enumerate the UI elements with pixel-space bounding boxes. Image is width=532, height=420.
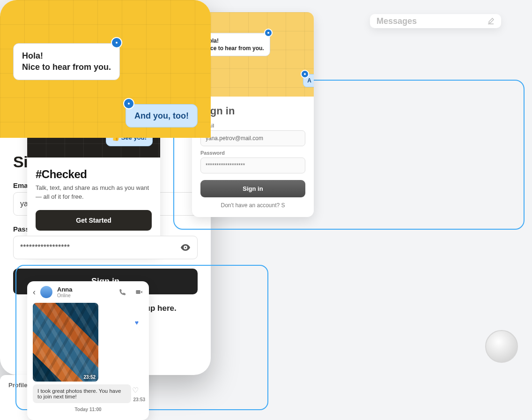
chat-header: ‹ Anna Online (27, 281, 149, 303)
message-text: I took great photos there. You have to j… (37, 388, 121, 399)
heart-icon[interactable]: ♥ (135, 319, 139, 326)
password-field[interactable] (200, 158, 305, 173)
password-label: Password (200, 150, 305, 156)
get-started-button[interactable]: Get Started (36, 210, 152, 231)
signin-button[interactable]: Sign in (200, 180, 305, 197)
messages-header-card: Messages (370, 14, 501, 28)
bubble-text: Hola! Nice to hear from you. (205, 38, 264, 52)
messages-title: Messages (377, 16, 417, 26)
signup-prompt[interactable]: Don't have an account? S (200, 202, 305, 209)
phone-icon[interactable] (119, 288, 126, 296)
chat-bubble: And you, too! (126, 104, 198, 128)
email-field[interactable] (200, 130, 305, 146)
heart-outline-icon[interactable]: ♡ (132, 386, 139, 395)
chat-card: ‹ Anna Online 23:52 ♥ I took great photo… (27, 281, 149, 420)
eye-icon[interactable] (180, 242, 191, 253)
pin-icon (123, 98, 134, 109)
contact-status: Online (57, 293, 73, 298)
app-subtitle: Talk, text, and share as much as you wan… (36, 184, 152, 202)
bubble-text: A (307, 77, 311, 84)
email-label: Email (200, 123, 305, 128)
avatar[interactable] (40, 286, 52, 298)
back-icon[interactable]: ‹ (33, 287, 36, 297)
signin-title: Sign in (200, 105, 305, 117)
chat-bubble: Hola! Nice to hear from you. (13, 43, 120, 80)
timestamp: 23:52 (83, 375, 96, 380)
date-separator: Today 11:00 (27, 407, 149, 412)
password-field[interactable] (13, 236, 198, 259)
bubble-text: Hola! Nice to hear from you. (22, 51, 111, 72)
svg-rect-0 (136, 290, 140, 294)
pin-icon (264, 29, 273, 37)
bubble-text: And you, too! (134, 111, 189, 120)
video-icon[interactable] (135, 288, 143, 296)
photo-message[interactable]: 23:52 (33, 303, 98, 382)
chat-bubble: A (303, 74, 314, 87)
app-title: #Checked (36, 168, 152, 181)
signin-hero: Hola! Nice to hear from you. And you, to… (0, 0, 211, 138)
pin-icon (111, 37, 122, 48)
text-message: I took great photos there. You have to j… (33, 384, 131, 403)
compose-icon[interactable] (487, 17, 495, 25)
contact-name: Anna (57, 286, 73, 293)
timestamp: 23:53 (133, 397, 145, 402)
